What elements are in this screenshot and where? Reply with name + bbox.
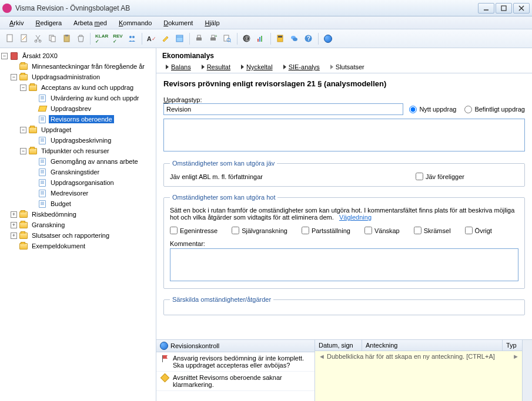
- tb-print-plus-icon[interactable]: +: [207, 32, 220, 45]
- vagledning-link[interactable]: Vägledning: [339, 214, 372, 221]
- tree-exempel[interactable]: Exempeldokument: [11, 241, 155, 251]
- tab-slutsatser[interactable]: Slutsatser: [330, 63, 364, 70]
- svg-rect-26: [257, 39, 259, 42]
- tree-medrevisorer[interactable]: Medrevisorer: [29, 188, 155, 198]
- menu-arkiv[interactable]: Arkiv: [5, 18, 28, 28]
- close-button[interactable]: [513, 3, 530, 14]
- tree-acceptans[interactable]: −Acceptans av kund och uppdrag: [20, 82, 155, 93]
- tb-klar-icon[interactable]: KLAR✓: [93, 32, 110, 45]
- tb-edit-icon[interactable]: [18, 32, 31, 45]
- tree-minnes[interactable]: Minnesanteckningar från föregående år: [11, 61, 155, 72]
- tb-copy-icon[interactable]: [46, 32, 59, 45]
- notes-placeholder-row[interactable]: Dubbelklicka här för att skapa en ny ant…: [315, 351, 532, 401]
- tb-spell-icon[interactable]: A✓: [145, 32, 158, 45]
- tab-resultat[interactable]: Resultat: [202, 63, 230, 70]
- notes-scrollbar[interactable]: [522, 340, 532, 401]
- menu-kommando[interactable]: Kommando: [114, 18, 156, 28]
- tb-rev-icon[interactable]: REV✓: [111, 32, 124, 45]
- jav-group: Omständigheter som kan utgöra jäv Jäv en…: [163, 160, 525, 187]
- tab-sie[interactable]: SIE-analys: [283, 63, 320, 70]
- svg-rect-28: [261, 36, 262, 42]
- sarskilda-legend: Särskilda omständigheter/åtgärder: [170, 296, 273, 303]
- pin-icon: [160, 374, 169, 388]
- svg-rect-9: [51, 36, 55, 42]
- tree-tidpunkter[interactable]: −Tidpunkter och resurser: [20, 146, 155, 156]
- tree-granskningstider[interactable]: Granskningstider: [29, 167, 155, 177]
- tree-uppdragsbrev[interactable]: Uppdragsbrev: [29, 103, 155, 114]
- tree-uppdragsadmin[interactable]: −Uppdragsadministration: [11, 72, 155, 82]
- tree-genomgang[interactable]: Genomgång av annans arbete: [29, 156, 155, 167]
- tree-budget[interactable]: Budget: [29, 198, 155, 209]
- check-skramsel[interactable]: Skrämsel: [414, 227, 451, 234]
- svg-point-13: [132, 36, 135, 38]
- maximize-button[interactable]: [496, 3, 512, 14]
- col-datum[interactable]: Datum, sign: [315, 340, 362, 351]
- tb-euro-icon[interactable]: Ⓔ: [240, 32, 253, 45]
- tb-paste-icon[interactable]: [60, 32, 73, 45]
- tb-calc-icon[interactable]: [274, 32, 287, 45]
- col-anteckning[interactable]: Anteckning: [362, 340, 503, 351]
- check-jav-foreligger[interactable]: Jäv föreligger: [416, 173, 464, 180]
- analysis-bar: Ekonomianalys Balans Resultat Nyckeltal …: [156, 48, 532, 73]
- tree-pane: −Årsakt 20X0 Minnesanteckningar från för…: [0, 48, 156, 401]
- svg-line-23: [230, 41, 231, 42]
- check-egenintresse[interactable]: Egenintresse: [170, 227, 218, 234]
- tb-form-icon[interactable]: [173, 32, 186, 45]
- uppdragstyp-textarea[interactable]: [163, 119, 525, 151]
- svg-rect-16: [196, 38, 202, 41]
- menu-dokument[interactable]: Dokument: [159, 18, 198, 28]
- tb-chart-icon[interactable]: [255, 32, 267, 45]
- tab-balans[interactable]: Balans: [166, 63, 191, 70]
- tb-delete-icon[interactable]: [74, 32, 87, 45]
- tab-nyckeltal[interactable]: Nyckeltal: [241, 63, 273, 70]
- check-ovrigt[interactable]: Övrigt: [465, 227, 492, 234]
- revisionskontroll-title: Revisionskontroll: [170, 342, 219, 349]
- radio-nytt-uppdrag[interactable]: Nytt uppdrag: [409, 106, 456, 113]
- svg-rect-27: [259, 37, 260, 42]
- tb-help-icon[interactable]: ?: [302, 32, 315, 45]
- revision-item-2[interactable]: Avsnittet Revisorns oberoende saknar kla…: [156, 372, 314, 391]
- tree-slutsatser[interactable]: +Slutsatser och rapportering: [11, 230, 155, 241]
- tb-print-icon[interactable]: [193, 32, 206, 45]
- svg-point-32: [293, 38, 297, 41]
- minimize-button[interactable]: [478, 3, 494, 14]
- tb-new-icon[interactable]: [4, 32, 16, 45]
- svg-text:Ⓔ: Ⓔ: [245, 36, 250, 42]
- check-vanskap[interactable]: Vänskap: [364, 227, 400, 234]
- window-title: Visma Revision - Övningsbolaget AB: [15, 4, 478, 12]
- globe-icon: [160, 342, 168, 350]
- revisionskontroll-pane: Revisionskontroll Ansvarig revisors bedö…: [156, 340, 315, 401]
- tb-chat-icon[interactable]: [288, 32, 301, 45]
- tree-root[interactable]: −Årsakt 20X0: [1, 50, 155, 61]
- tree-revisorns[interactable]: Revisorns oberoende: [29, 114, 155, 124]
- menu-redigera[interactable]: Redigera: [31, 18, 66, 28]
- revision-item-1[interactable]: Ansvarig revisors bedömning är inte komp…: [156, 352, 314, 372]
- app-icon: [2, 4, 12, 13]
- hot-legend: Omständigheter som kan utgöra hot: [170, 194, 277, 201]
- menu-arbeta-med[interactable]: Arbeta med: [69, 18, 112, 28]
- tb-highlight-icon[interactable]: [159, 32, 172, 45]
- uppdragstyp-input[interactable]: [163, 103, 403, 115]
- tree-utvardering[interactable]: Utvärdering av kund och uppdr: [29, 93, 155, 103]
- form-area: Revisors prövning enligt revisorslagen 2…: [156, 73, 532, 339]
- tb-globe-icon[interactable]: [322, 32, 334, 45]
- tb-preview-icon[interactable]: [221, 32, 234, 45]
- check-sjalvgranskning[interactable]: Självgranskning: [232, 227, 287, 234]
- menu-hjalp[interactable]: Hjälp: [200, 18, 224, 28]
- kommentar-textarea[interactable]: [170, 248, 518, 281]
- svg-rect-14: [176, 35, 183, 42]
- svg-text:?: ?: [307, 35, 310, 42]
- tree-riskbedomning[interactable]: +Riskbedömning: [11, 209, 155, 220]
- radio-befintligt-uppdrag[interactable]: Befintligt uppdrag: [464, 106, 525, 113]
- svg-rect-30: [278, 36, 282, 38]
- titlebar: Visma Revision - Övningsbolaget AB: [0, 0, 532, 16]
- tree-uppdragsorg[interactable]: Uppdragsorganisation: [29, 177, 155, 188]
- tb-cut-icon[interactable]: [32, 32, 45, 45]
- tree-granskning[interactable]: +Granskning: [11, 220, 155, 230]
- tree-uppdraget[interactable]: −Uppdraget: [20, 124, 155, 135]
- tb-users-icon[interactable]: [126, 32, 139, 45]
- svg-rect-11: [65, 35, 68, 36]
- check-partsstallning[interactable]: Partsställning: [302, 227, 350, 234]
- sarskilda-group: Särskilda omständigheter/åtgärder: [163, 296, 525, 315]
- tree-uppdragsbeskrivning[interactable]: Uppdragsbeskrivning: [29, 135, 155, 146]
